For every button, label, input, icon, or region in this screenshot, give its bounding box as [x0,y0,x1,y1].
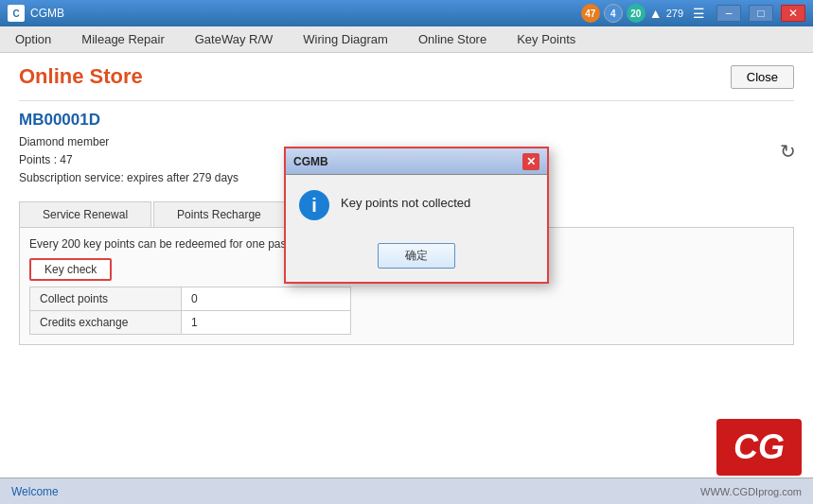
status-teal: 20 [627,4,645,23]
dialog: CGMB ✕ i Key points not collected 确定 [284,147,549,284]
welcome-text: Welcome [11,485,59,498]
dialog-ok-button[interactable]: 确定 [378,243,455,269]
page-header: Online Store Close [19,64,794,89]
table-row: Collect points 0 [30,287,351,310]
brand-url: WWW.CGDIprog.com [700,486,802,497]
menu-online-store[interactable]: Online Store [403,26,502,52]
menu-option[interactable]: Option [0,26,66,52]
collect-points-label: Collect points [30,287,182,310]
refresh-container: ↻ [780,140,796,163]
table-row: Credits exchange 1 [30,310,351,334]
minimize-button[interactable]: – [716,5,741,22]
tab-points-recharge[interactable]: Points Recharge [153,201,285,227]
cg-logo: CG [716,419,802,476]
dialog-body: i Key points not collected [286,175,547,235]
tab-service-renewal[interactable]: Service Renewal [19,201,151,227]
info-icon: i [299,190,329,220]
menu-wiring[interactable]: Wiring Diagram [288,26,403,52]
divider [19,100,794,101]
status-orange: 47 [581,4,600,23]
data-table: Collect points 0 Credits exchange 1 [29,287,351,335]
key-check-button[interactable]: Key check [29,258,112,281]
app-icon: C [8,5,25,22]
dialog-footer: 确定 [286,235,547,282]
menu-gateway[interactable]: GateWay R/W [180,26,289,52]
window-close-button[interactable]: ✕ [781,5,805,22]
close-button[interactable]: Close [731,65,794,89]
cg-logo-text: CG [733,430,785,464]
collect-points-value: 0 [182,287,351,310]
menu-mileage[interactable]: Mileage Repair [66,26,179,52]
dialog-message: Key points not collected [341,190,470,210]
app-title: CGMB [30,7,581,20]
credits-exchange-value: 1 [182,310,351,334]
user-id: MB00001D [19,111,794,130]
titlebar-status: 47 4 20 ▲ 279 [581,4,683,23]
dialog-title: CGMB [293,155,328,168]
wifi-num: 279 [666,8,683,19]
page-title: Online Store [19,64,143,89]
dialog-titlebar: CGMB ✕ [286,148,547,175]
refresh-icon[interactable]: ↻ [780,141,796,162]
wifi-icon: ▲ [649,6,663,21]
menu-key-points[interactable]: Key Points [502,26,591,52]
titlebar: C CGMB 47 4 20 ▲ 279 ☰ – □ ✕ [0,0,813,26]
statusbar: Welcome WWW.CGDIprog.com [0,478,813,504]
window-controls: ☰ – □ ✕ [693,5,805,22]
maximize-button[interactable]: □ [749,5,773,22]
dialog-close-button[interactable]: ✕ [522,153,539,170]
hamburger-icon[interactable]: ☰ [693,6,705,21]
menubar: Option Mileage Repair GateWay R/W Wiring… [0,26,813,53]
credits-exchange-label: Credits exchange [30,310,182,334]
status-blue: 4 [604,4,623,23]
